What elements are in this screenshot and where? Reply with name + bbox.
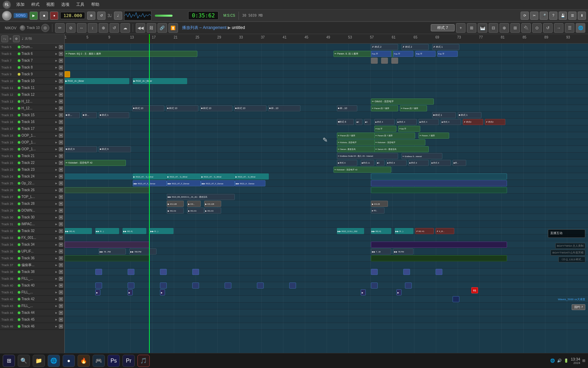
timeline-lane-31[interactable] [65,221,588,228]
add-pattern-btn[interactable]: + [456,23,466,33]
track-expand-arrow-37[interactable]: ► [55,263,58,267]
clip-t38-r-waveform[interactable] [371,242,507,248]
track-header-20[interactable]: Track 20OOP_1...►≡ [0,146,64,153]
windows-start-btn[interactable]: ⊞ [3,355,15,367]
clip-right-1[interactable]: ✗ 样式 2 [371,44,398,50]
clip-ks28-r[interactable]: ▶ KS.28 [371,201,388,207]
track-expand-arrow-10[interactable]: ► [55,79,58,83]
clip-t23-1[interactable]: ■ 样式 9 [65,146,97,152]
clip-t28-3[interactable]: ▶ RGD_AT... G_Wind [167,173,201,180]
tray-network[interactable]: 🌐 [550,358,555,363]
track-mixer-btn-22[interactable]: ≡ [59,161,63,165]
clip-t25-1[interactable]: ✏ Kickstart - 混音电平 #2 [65,160,126,166]
clip-t41-2[interactable] [128,269,134,275]
clip-fas-4[interactable]: Fas.平 [437,51,458,57]
clip-t43-3[interactable] [160,282,167,289]
timeline-lane-23[interactable] [65,166,588,173]
magnet-icon[interactable]: 🔗 [158,23,167,33]
loop-tool[interactable]: ↺ [110,23,119,33]
track-expand-arrow-20[interactable]: ► [55,148,58,151]
track-mixer-btn-26[interactable]: ≡ [59,188,63,192]
track-mixer-btn-46[interactable]: ≡ [59,324,63,328]
clip-t38-waveform[interactable] [65,242,150,248]
timeline-lane-5[interactable] [65,44,588,50]
track-header-33[interactable]: Track 33FX_001...►≡ [0,234,64,241]
clip-t15-4[interactable]: ■ 样式 10 [234,105,266,111]
snap-icon[interactable]: ⊕ [87,12,95,20]
track-expand-arrow-30[interactable]: ► [55,216,58,219]
track-expand-arrow-34[interactable]: ► [55,243,58,246]
tray-notification[interactable]: ⊞ [582,358,585,363]
track-expand-arrow-8[interactable]: ► [55,66,58,69]
clip-s9-r3[interactable]: ■ 样式 9 [408,160,429,166]
clip-t39-r[interactable]: ▶▶ 7...M [371,248,391,255]
timeline-lane-46[interactable] [65,323,588,330]
track-header-32[interactable]: Track 32Track 32►≡ [0,228,64,234]
clip-t36-x[interactable]: ✗ RG 41 [415,228,434,234]
clip-s4-x[interactable]: ✗ 样式4 [463,119,483,125]
clip-t44-2[interactable]: ▶ [128,289,133,295]
clip-s6-r1[interactable]: ■样式 6 [337,119,354,125]
track-expand-arrow-41[interactable]: ► [55,291,58,294]
track-expand-arrow-6[interactable]: ► [55,52,58,56]
step-seq-icon[interactable]: ⊟ [489,23,498,33]
clip-t41-r2[interactable] [403,269,410,275]
tray-battery[interactable]: 🔋 [564,358,569,363]
timeline-lane-11[interactable] [65,85,588,91]
clip-t29-r-waveform[interactable] [371,180,507,186]
track-expand-arrow-32[interactable]: ► [55,229,58,233]
track-mixer-btn-17[interactable]: ≡ [59,127,63,131]
track-mixer-btn-29[interactable]: ≡ [59,209,63,213]
track-header-9[interactable]: Track 9Track 9►≡ [0,71,64,78]
track-expand-arrow-42[interactable]: ► [55,297,58,301]
clip-t33-1[interactable]: ▶ RG.03 [167,208,184,214]
track-expand-arrow-14[interactable]: ► [55,107,58,110]
timeline-lane-29[interactable] [65,207,588,214]
track-expand-arrow-46[interactable]: ► [55,325,58,328]
clip-right-3[interactable]: ✗ 样式 1 [432,44,459,50]
track-mixer-btn-28[interactable]: ≡ [59,202,63,206]
clip-serum-r1[interactable]: ✏ Serum..通道音高 [337,146,378,152]
taskbar-app2[interactable]: 🔥 [78,355,90,367]
track-mixer-btn-36[interactable]: ≡ [59,256,63,260]
clip-t32-2[interactable]: ▶ KS... [187,201,201,207]
track-expand-arrow-36[interactable]: ► [55,257,58,260]
clip-t33-2[interactable]: ▶ RG.03 [187,208,204,214]
timeline[interactable]: ✏ Param. EQ 2 - 主 - 频段 1 频率 ✏ Param. E. … [65,44,588,353]
timeline-lane-15[interactable] [65,112,588,119]
clip-t39-1[interactable]: ▶▶ 78...PM [99,248,126,255]
track-header-21[interactable]: Track 21Track 21►≡ [0,153,64,159]
track-mixer-btn-20[interactable]: ≡ [59,147,63,151]
clip-t16-3[interactable]: ■ 样式 1 [99,112,129,118]
clip-right-2[interactable]: ✗ 样式 2 [402,44,429,50]
timeline-lane-21[interactable] [65,153,588,159]
track-mixer-btn-37[interactable]: ≡ [59,263,63,267]
clip-small-1[interactable] [371,58,378,64]
track-mixer-btn-44[interactable]: ≡ [59,311,63,315]
download-icon[interactable]: ⬇ [578,12,586,20]
mixer7-label[interactable]: 混约 7 [572,304,585,310]
collapse-all-btn[interactable]: ↑↓ [1,35,8,42]
clip-t41-1[interactable] [95,269,102,275]
track-expand-arrow-26[interactable]: ► [55,188,58,192]
clip-t15-2[interactable]: ■ 样式 10 [166,105,198,111]
clip-t16-2[interactable]: ■ 样... [82,112,97,118]
clip-t30-waveform[interactable] [65,187,150,193]
track-mixer-btn-23[interactable]: ≡ [59,168,63,172]
mixer-icon[interactable]: ⊞ [467,23,476,33]
chan-rack-icon[interactable]: ⊞ [510,23,520,33]
metronome-icon[interactable]: ♩ [114,12,122,20]
scroll-tool[interactable]: ↔ [77,23,86,33]
help-icon[interactable]: ? [549,12,557,20]
track-expand-arrow-35[interactable]: ► [55,250,58,253]
clip-t32-3[interactable]: ▶ KS.128 [204,201,221,207]
track-header-36[interactable]: Track 36Track 36►≡ [0,255,64,262]
track-expand-arrow-5[interactable]: ► [55,45,58,49]
clip-t32-1[interactable]: ▶ KS.128 [167,201,184,207]
clip-t30-r-waveform[interactable] [371,187,507,193]
clip-param2-r[interactable]: ✏ Param.段 7 频率 [337,133,378,139]
track-expand-arrow-7[interactable]: ► [55,59,58,62]
clip-t44-r2[interactable]: ▶ [396,289,402,295]
taskbar-steam[interactable]: 🎮 [93,355,105,367]
clip-s3-r1[interactable]: ■3 [376,160,385,166]
